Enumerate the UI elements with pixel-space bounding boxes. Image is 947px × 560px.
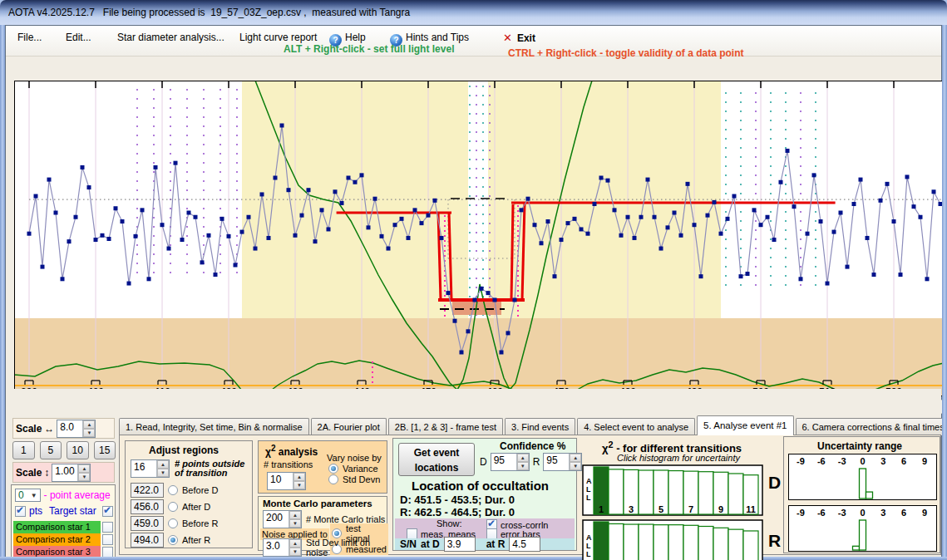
light-curve-chart[interactable]: 3904004104204304404504604704804905005105… [14,81,945,397]
vary-noise-radio[interactable] [328,474,338,484]
region-value-field[interactable]: 456.0 [131,499,164,514]
spin-up-button[interactable]: ▲ [83,420,95,429]
spin-up-button[interactable]: ▲ [289,511,301,519]
region-radio[interactable] [168,535,178,545]
exit-x-icon: ✕ [503,32,512,44]
vary-noise-radio[interactable] [328,464,338,474]
confidence-r-spinner[interactable]: 95▲▼ [543,453,582,471]
tab-2[interactable]: 2A. Fourier plot [311,418,387,435]
title-bar[interactable]: AOTA v4.2025.12.7 File being processed i… [0,0,947,25]
legend-color-chip: Comparison star 2 [13,533,101,546]
region-radio-label: Before R [182,518,218,528]
point-average-row: 0▼ - point average [15,489,111,502]
region-radio[interactable] [168,518,178,528]
analysis-tab-strip: 1. Read, Integrity, Set time, Bin & norm… [119,416,947,435]
transitions-label: # transitions [264,459,313,469]
scale-v-label: Scale [16,467,42,479]
scale-preset-button-15[interactable]: 15 [94,441,116,459]
svg-text:3: 3 [880,456,885,466]
chi2-transitions-section: χ2 - for different transitions Click his… [580,438,782,554]
get-event-locations-button[interactable]: Get eventlocations [398,443,475,476]
alt-right-click-hint: ALT + Right-click - set full light level [284,43,454,55]
legend-row-1: Comparison star 2 [13,533,113,546]
scale-preset-button-10[interactable]: 10 [67,441,89,459]
scale-h-spinner[interactable]: 8.0▲▼ [57,420,96,438]
spin-down-button[interactable]: ▼ [517,462,529,470]
spin-down-button[interactable]: ▼ [157,469,169,477]
region-row-after-r: 494.0After R [131,533,210,548]
menu-light-curve-report[interactable]: Light curve report [239,32,317,43]
svg-text:7: 7 [688,504,693,514]
spin-up-button[interactable]: ▲ [517,454,529,462]
tab-5[interactable]: 4. Select event to analyse [577,418,695,435]
show-label: Show: [437,518,462,528]
spin-down-button[interactable]: ▼ [293,481,305,489]
d-location-line: D: 451.5 - 453.5; Dur. 0 [400,494,515,506]
svg-text:-9: -9 [797,508,805,518]
svg-text:3: 3 [629,504,634,514]
chi2-histogram-r[interactable]: ALL1357911 [582,519,763,560]
confidence-r-label: R [533,456,540,468]
tab-1[interactable]: 1. Read, Integrity, Set time, Bin & norm… [119,418,309,435]
region-value-field[interactable]: 494.0 [131,533,164,548]
point-average-label: - point average [44,489,111,501]
tab-6[interactable]: 5. Analyse event #1 [697,415,793,435]
spin-down-button[interactable]: ▼ [78,473,90,481]
legend-row-0: Comparison star 1 [13,520,113,533]
menu-file[interactable]: File... [17,32,42,43]
region-radio[interactable] [168,485,178,495]
chi2-histogram-d[interactable]: ALL1357911 [582,464,763,516]
spin-down-button[interactable]: ▼ [83,429,95,437]
region-value-field[interactable]: 459.0 [131,516,164,531]
scale-preset-button-1[interactable]: 1 [12,441,35,459]
svg-text:-6: -6 [817,456,826,466]
vertical-arrow-icon: ↕ [44,467,49,479]
target-star-checkbox[interactable] [102,506,113,517]
spin-up-button[interactable]: ▲ [78,464,90,473]
stddev-label: Std Dev limit on noise [306,538,387,558]
trials-spinner[interactable]: 200▲▼ [263,510,302,528]
comparison-rows: Comparison star 1Comparison star 2Compar… [12,520,115,560]
stddev-spinner[interactable]: 3.0▲▼ [263,538,302,557]
menu-exit[interactable]: ✕Exit [503,32,535,44]
svg-text:11: 11 [746,504,756,514]
pts-checkbox[interactable] [15,506,26,517]
tab-3[interactable]: 2B. [1, 2 & 3] - frame test [388,418,503,435]
menu-edit[interactable]: Edit... [66,32,91,43]
histogram-r-label: R [768,531,781,551]
scale-v-spinner[interactable]: 1.00▲▼ [52,464,91,482]
monte-carlo-group: Monte Carlo parameters 200▲▼ # Monte Car… [258,496,387,551]
transitions-spinner[interactable]: 10▲▼ [267,472,306,490]
svg-text:9: 9 [922,508,927,518]
spin-up-button[interactable]: ▲ [289,539,301,548]
histogram-d-label: D [768,473,781,493]
svg-text:-6: -6 [817,508,826,518]
spin-up-button[interactable]: ▲ [293,473,305,481]
menu-bar: File... Edit... Star diameter analysis..… [6,26,941,56]
menu-star-diameter[interactable]: Star diameter analysis... [117,32,224,43]
legend-checkbox[interactable] [102,547,113,558]
adjust-regions-title: Adjust regions [149,445,219,456]
scale-preset-button-5[interactable]: 5 [40,441,62,459]
region-value-field[interactable]: 422.0 [131,483,164,498]
spin-down-button[interactable]: ▼ [289,519,301,528]
client-area: File... Edit... Star diameter analysis..… [5,25,942,557]
confidence-d-spinner[interactable]: 95▲▼ [491,453,530,471]
legend-checkbox[interactable] [102,522,113,533]
sn-at-r-label: at R [486,538,506,550]
point-average-dropdown[interactable]: 0▼ [15,489,41,502]
spin-down-button[interactable]: ▼ [289,548,301,556]
region-radio[interactable] [168,502,178,512]
vary-noise-options: VarianceStd Devn [328,464,380,485]
spin-up-button[interactable]: ▲ [157,460,169,469]
chi2-analysis-group: χ2 analysis # transitions 10▲▼ Vary nois… [258,440,387,494]
sn-box: S/N at D 3.9 at R 4.5 [395,538,575,550]
tab-7[interactable]: 6. Camera corrections & final times Even… [796,418,947,435]
svg-text:9: 9 [922,456,927,466]
region-row-after-d: 456.0After D [131,499,210,514]
points-outside-spinner[interactable]: 16▲▼ [131,459,170,478]
region-radio-label: After D [182,502,210,512]
legend-checkbox[interactable] [102,534,113,545]
svg-text:6: 6 [901,508,906,518]
tab-4[interactable]: 3. Find events [505,418,575,435]
